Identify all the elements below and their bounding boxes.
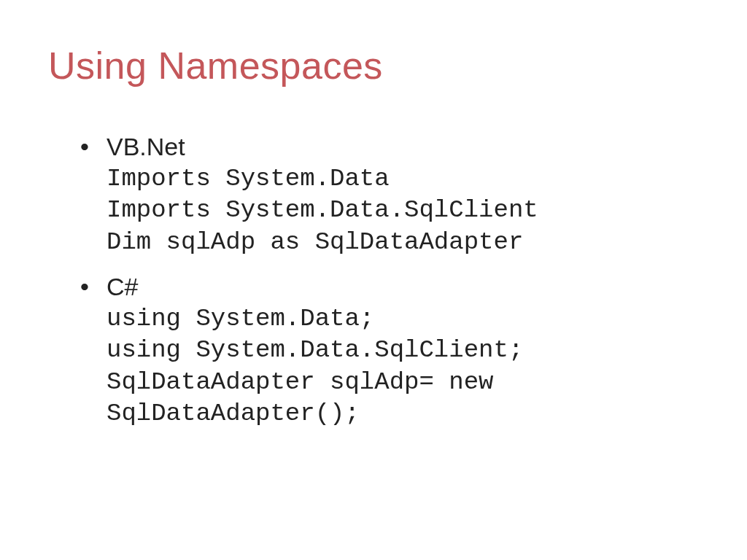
code-block: using System.Data; using System.Data.Sql… (107, 303, 703, 430)
bullet-label: C# (107, 273, 138, 300)
code-block: Imports System.Data Imports System.Data.… (107, 163, 703, 259)
bullet-list: VB.Net Imports System.Data Imports Syste… (80, 131, 703, 430)
list-item: VB.Net Imports System.Data Imports Syste… (80, 131, 703, 258)
slide-title: Using Namespaces (48, 44, 703, 88)
slide: Using Namespaces VB.Net Imports System.D… (0, 0, 747, 560)
bullet-label: VB.Net (107, 133, 185, 160)
list-item: C# using System.Data; using System.Data.… (80, 271, 703, 430)
